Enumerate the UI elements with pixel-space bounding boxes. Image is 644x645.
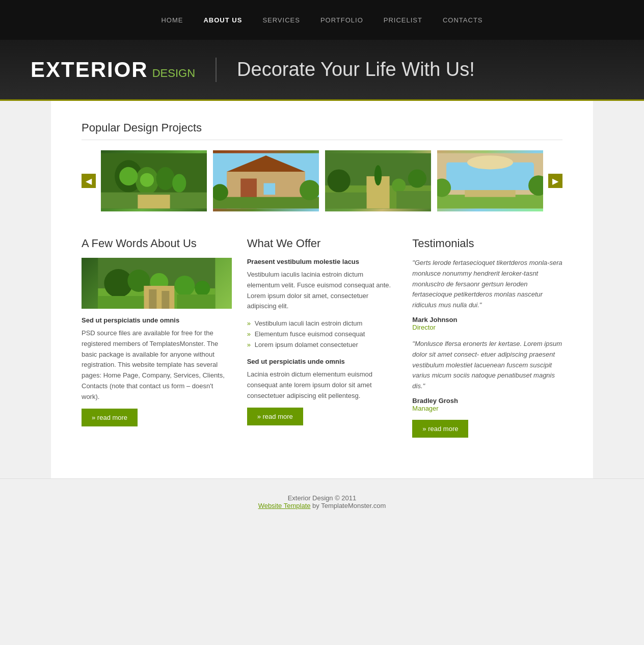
carousel: ◀	[82, 150, 562, 211]
main-nav: HOME ABOUT US SERVICES PORTFOLIO PRICELI…	[161, 16, 482, 24]
svg-rect-14	[213, 197, 319, 209]
carousel-images	[101, 150, 543, 211]
testimonial-text-2: "Monlusce lfersa eronerts ler kertase. L…	[412, 339, 562, 392]
footer: Exterior Design © 2011 Website Template …	[0, 478, 644, 525]
nav-link-services[interactable]: SERVICES	[262, 16, 300, 24]
nav-link-home[interactable]: HOME	[161, 16, 183, 24]
svg-rect-38	[144, 286, 174, 309]
nav-item-services[interactable]: SERVICES	[262, 16, 300, 24]
nav-item-portfolio[interactable]: PORTFOLIO	[320, 16, 363, 24]
svg-point-6	[140, 173, 154, 187]
offer-read-more-button[interactable]: » read more	[247, 408, 303, 425]
footer-copyright: Exterior Design © 2011	[15, 494, 629, 502]
about-text: PSD source files are available for free …	[82, 328, 232, 402]
logo-main-word: EXTERIOR	[31, 58, 148, 82]
testimonial-role-2: Manager	[412, 405, 562, 412]
svg-point-3	[156, 167, 175, 190]
svg-rect-39	[149, 289, 156, 309]
offer-bullet-1: Vestibulum iaculi lacin estroin dictum	[247, 318, 397, 329]
three-columns: A Few Words About Us Sed ut pe	[82, 237, 562, 438]
footer-suffix: by TemplateMonster.com	[310, 502, 386, 509]
svg-point-32	[467, 155, 513, 169]
offer-subtitle1: Praesent vestibulum molestie lacus	[247, 258, 397, 265]
nav-item-home[interactable]: HOME	[161, 16, 183, 24]
testimonial-text-1: "Gerts lerode fertasecioquet tikertderos…	[412, 258, 562, 311]
offer-bullet-3: Lorem ipsum dolamet consectetuer	[247, 339, 397, 350]
svg-point-8	[172, 174, 186, 192]
testimonial-role-1: Director	[412, 324, 562, 331]
offer-subtitle2: Sed ut perspiciatis unde omnis	[247, 358, 397, 365]
nav-link-contacts[interactable]: CONTACTS	[443, 16, 483, 24]
offer-text2: Lacinia estroin dictum elementum euismod…	[247, 369, 397, 401]
project-image-1	[101, 150, 207, 211]
svg-rect-44	[177, 294, 215, 309]
svg-point-20	[328, 169, 351, 192]
nav-link-pricelist[interactable]: PRICELIST	[384, 16, 422, 24]
svg-point-16	[300, 180, 319, 200]
testimonial-name-2: Bradley Grosh	[412, 397, 562, 405]
svg-point-41	[174, 276, 195, 296]
svg-point-21	[408, 169, 426, 187]
about-title: A Few Words About Us	[82, 237, 232, 250]
project-image-4	[437, 150, 543, 211]
offer-title: What We Offer	[247, 237, 397, 250]
svg-point-42	[195, 281, 210, 296]
main-content: Popular Design Projects ◀	[51, 101, 593, 478]
nav-link-about[interactable]: ABOUT US	[203, 16, 242, 24]
footer-template-link[interactable]: Website Template	[258, 502, 311, 509]
projects-title: Popular Design Projects	[82, 121, 562, 140]
hero-logo: EXTERIOR DESIGN	[31, 58, 217, 82]
svg-point-23	[374, 165, 382, 185]
svg-rect-24	[325, 193, 366, 209]
svg-point-5	[119, 167, 138, 185]
svg-rect-25	[396, 191, 431, 208]
svg-rect-43	[98, 296, 144, 309]
carousel-next-button[interactable]: ▶	[548, 174, 562, 188]
about-column: A Few Words About Us Sed ut pe	[82, 237, 232, 438]
offer-text1: Vestibulum iaculis lacinia estroin dictu…	[247, 270, 397, 312]
nav-item-pricelist[interactable]: PRICELIST	[384, 16, 422, 24]
testimonial-name-1: Mark Johnson	[412, 316, 562, 324]
about-subtitle: Sed ut perspiciatis unde omnis	[82, 316, 232, 324]
about-image	[82, 258, 232, 309]
svg-rect-31	[465, 190, 515, 197]
project-image-3	[325, 150, 431, 211]
nav-link-portfolio[interactable]: PORTFOLIO	[320, 16, 363, 24]
svg-rect-7	[138, 195, 170, 208]
svg-rect-13	[263, 183, 275, 195]
offer-column: What We Offer Praesent vestibulum molest…	[247, 237, 397, 438]
footer-template-info: Website Template by TemplateMonster.com	[15, 502, 629, 509]
hero-section: EXTERIOR DESIGN Decorate Your Life With …	[0, 40, 644, 101]
testimonials-column: Testimonials "Gerts lerode fertasecioque…	[412, 237, 562, 438]
nav-item-about[interactable]: ABOUT US	[203, 16, 242, 24]
svg-rect-40	[162, 291, 169, 309]
offer-bullet-2: Elementum fusce euismod consequat	[247, 329, 397, 339]
offer-bullets: Vestibulum iaculi lacin estroin dictum E…	[247, 318, 397, 350]
nav-item-contacts[interactable]: CONTACTS	[443, 16, 483, 24]
testimonials-title: Testimonials	[412, 237, 562, 250]
about-read-more-button[interactable]: » read more	[82, 409, 138, 426]
testimonials-read-more-button[interactable]: » read more	[412, 420, 468, 438]
logo-sub-word: DESIGN	[152, 67, 195, 80]
header: HOME ABOUT US SERVICES PORTFOLIO PRICELI…	[0, 0, 644, 40]
svg-point-22	[392, 178, 406, 192]
project-image-2	[213, 150, 319, 211]
hero-tagline: Decorate Your Life With Us!	[237, 59, 475, 80]
carousel-prev-button[interactable]: ◀	[82, 174, 96, 188]
projects-section: Popular Design Projects ◀	[82, 121, 562, 211]
